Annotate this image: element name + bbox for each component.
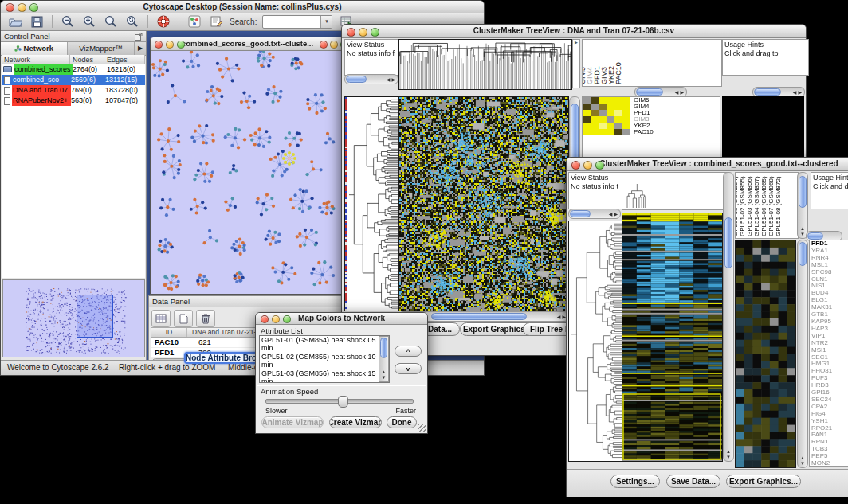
new-document-icon[interactable] <box>174 310 193 327</box>
scroll-down-icon[interactable]: ▼ <box>800 232 805 237</box>
open-folder-icon[interactable] <box>7 14 23 29</box>
column-label[interactable]: GPL51-04 (GSM857) <box>753 176 760 236</box>
scroll-left-icon[interactable]: ◀ <box>609 211 613 217</box>
matrix-row-label[interactable]: GIM3 <box>634 116 654 123</box>
network-row[interactable]: DNA and Tran 07769(0)183728(0) <box>2 85 145 96</box>
scroll-up-icon[interactable]: ▲ <box>800 455 805 461</box>
gene-label[interactable]: ELG1 <box>811 297 848 304</box>
zoom-selected-icon[interactable] <box>124 14 140 29</box>
gene-label[interactable]: PHO81 <box>811 368 848 375</box>
zoom-window-icon[interactable] <box>283 315 291 323</box>
gene-label[interactable]: YRA1 <box>811 248 848 255</box>
scroll-down-icon[interactable]: ▼ <box>800 461 805 467</box>
main-titlebar[interactable]: Cytoscape Desktop (Session Name: collins… <box>1 1 484 14</box>
treeview2-titlebar[interactable]: ClusterMaker TreeView : combined_scores_… <box>567 158 848 171</box>
attribute-listbox[interactable]: GPL51-01 (GSM854) heat shock 05 minGPL51… <box>259 335 390 383</box>
column-header-network[interactable]: Network <box>2 55 70 64</box>
zoom-actual-icon[interactable] <box>103 14 119 29</box>
zoom-in-icon[interactable] <box>81 14 97 29</box>
minimize-icon[interactable] <box>18 3 26 12</box>
gene-label[interactable]: RPN1 <box>811 439 848 446</box>
tv2-zoom-heatmap[interactable] <box>735 240 796 468</box>
gene-label[interactable]: YSH1 <box>811 418 848 425</box>
table-mode-icon[interactable] <box>151 310 171 327</box>
overview-canvas[interactable] <box>3 280 144 357</box>
delete-trash-icon[interactable] <box>196 310 215 327</box>
minimize-icon[interactable] <box>359 28 367 37</box>
zoom-window-icon[interactable] <box>177 41 185 49</box>
gene-label[interactable]: PUF3 <box>811 375 848 382</box>
gene-label[interactable]: BUD4 <box>811 290 848 297</box>
scroll-right-icon[interactable]: ▶ <box>798 89 802 95</box>
gene-label[interactable]: SEC1 <box>811 354 848 361</box>
save-icon[interactable] <box>29 14 45 29</box>
matrix-row-label[interactable]: PFD1 <box>634 110 654 116</box>
close-icon[interactable] <box>155 41 163 49</box>
attribute-list-scrollbar[interactable]: ▲▼ <box>379 336 389 382</box>
zoom-window-icon[interactable] <box>595 161 604 170</box>
close-icon[interactable] <box>347 28 355 37</box>
network-canvas[interactable] <box>151 51 344 293</box>
column-header-edges[interactable]: Edges <box>104 55 145 64</box>
close-icon[interactable] <box>261 315 269 323</box>
close-icon[interactable] <box>6 3 14 12</box>
tv2-row-dendrogram[interactable] <box>568 221 622 462</box>
gene-label[interactable]: GTB1 <box>811 311 848 318</box>
tv1-status-scrollbar[interactable]: ◀▶ <box>344 74 398 84</box>
gene-label[interactable]: RNR4 <box>811 255 848 262</box>
tv1-row-dendrogram[interactable] <box>344 96 398 311</box>
scroll-up-icon[interactable]: ▲ <box>382 369 387 375</box>
tv2-labels-vscrollbar[interactable]: ▲▼ <box>797 172 808 239</box>
matrix-row-label[interactable]: PAC10 <box>634 129 654 135</box>
tv2-save-data-button[interactable]: Save Data... <box>666 475 720 488</box>
tv1-summary-matrix[interactable] <box>583 97 630 135</box>
gene-label[interactable]: HRD3 <box>811 382 848 389</box>
slider-thumb[interactable] <box>338 396 348 408</box>
column-label[interactable]: GPL51-06 (GSM865) <box>760 176 768 236</box>
gene-label[interactable]: GPI16 <box>811 389 848 397</box>
more-tabs-icon[interactable]: ▶ <box>135 42 146 55</box>
gene-label[interactable]: KAP95 <box>811 318 848 326</box>
tv2-heatmap-vscrollbar[interactable]: ▲▼ <box>723 172 734 462</box>
tv2-export-graphics-button[interactable]: Export Graphics... <box>726 475 801 488</box>
minimize-icon[interactable] <box>583 161 592 170</box>
scroll-down-icon[interactable]: ▼ <box>382 375 387 381</box>
zoom-window-icon[interactable] <box>29 3 38 12</box>
gene-label[interactable]: MON2 <box>811 460 848 467</box>
tv2-genes-vscrollbar[interactable]: ▲▼ <box>797 240 808 468</box>
gene-label[interactable]: CLN1 <box>811 276 848 283</box>
zoom-out-icon[interactable] <box>60 14 76 29</box>
scroll-right-icon[interactable]: ▶ <box>614 211 618 217</box>
attribute-item[interactable]: GPL51-01 (GSM854) heat shock 05 min <box>260 336 379 353</box>
column-label[interactable]: GPL51-02 (GSM855) <box>739 176 746 236</box>
gene-label[interactable]: MSI1 <box>811 347 848 354</box>
tv1-heatmap[interactable] <box>398 96 569 311</box>
close-icon[interactable] <box>320 41 328 49</box>
network-row[interactable]: combined_sco2569(6)13112(15) <box>2 75 145 85</box>
done-button[interactable]: Done <box>387 416 417 428</box>
gene-label[interactable]: NTR2 <box>811 340 848 347</box>
tv2-status-scrollbar[interactable]: ◀▶ <box>568 209 621 219</box>
create-vizmap-button[interactable]: Create Vizmap <box>329 416 382 428</box>
gene-label[interactable]: SPC98 <box>811 269 848 276</box>
tab-vizmapper[interactable]: VizMapper™ <box>68 42 135 55</box>
gene-label[interactable]: FIG4 <box>811 411 848 418</box>
annotation-icon[interactable] <box>208 14 224 29</box>
minimize-icon[interactable] <box>272 315 280 323</box>
network-row[interactable]: combined_scores2764(0)16218(0) <box>2 64 145 75</box>
scroll-right-icon[interactable]: ▶ <box>391 76 395 82</box>
resize-grip[interactable] <box>418 424 426 432</box>
move-up-button[interactable]: ^ <box>395 346 422 357</box>
treeview1-titlebar[interactable]: ClusterMaker TreeView : DNA and Tran 07-… <box>342 25 806 38</box>
gene-label[interactable]: TCB3 <box>811 446 848 453</box>
tv2-column-dendrogram[interactable] <box>622 173 727 209</box>
zoom-window-icon[interactable] <box>371 28 379 37</box>
animation-speed-slider[interactable] <box>265 399 414 404</box>
minimize-icon[interactable] <box>166 41 174 49</box>
attribute-item[interactable]: GPL51-03 (GSM856) heat shock 15 min <box>260 369 379 383</box>
scroll-left-icon[interactable]: ◀ <box>557 314 561 319</box>
gene-label[interactable]: NIS1 <box>811 283 848 290</box>
gene-label[interactable]: PAN1 <box>811 432 848 439</box>
scroll-left-icon[interactable]: ◀ <box>387 76 391 82</box>
gene-label[interactable]: VIP1 <box>811 333 848 340</box>
